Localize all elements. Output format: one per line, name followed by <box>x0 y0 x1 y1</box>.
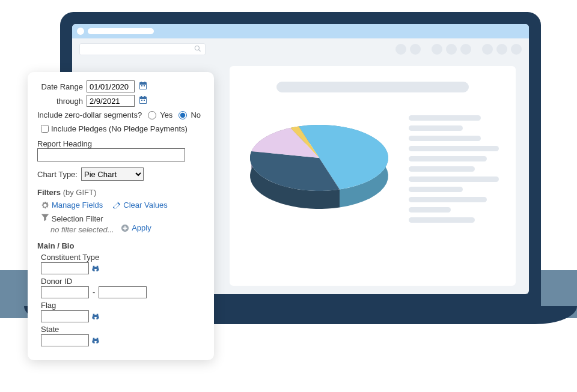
search-icon <box>194 45 201 54</box>
legend-line <box>409 115 481 121</box>
date-end-input[interactable] <box>87 95 135 107</box>
range-dash: - <box>91 288 96 297</box>
legend-line <box>409 146 499 151</box>
flag-label: Flag <box>41 301 204 310</box>
titlebar-title-placeholder <box>88 28 154 34</box>
legend-line <box>409 197 487 202</box>
legend-line <box>409 125 463 131</box>
legend-line <box>409 217 475 223</box>
donor-id-from-input[interactable] <box>41 286 89 298</box>
legend-line <box>409 166 475 172</box>
zero-dollar-yes-label[interactable]: Yes <box>160 110 172 119</box>
filters-by: (by GIFT) <box>63 188 97 197</box>
no-filter-text: no filter selected... <box>50 225 114 234</box>
gear-icon <box>41 201 49 210</box>
legend-line <box>409 176 499 182</box>
main-bio-heading: Main / Bio <box>37 241 204 250</box>
legend-line <box>409 136 481 141</box>
titlebar-dot <box>77 28 84 35</box>
toolbar <box>72 38 529 60</box>
through-label: through <box>37 97 83 106</box>
report-heading-label: Report Heading <box>37 139 204 148</box>
clear-values-link[interactable]: Clear Values <box>112 201 167 210</box>
include-pledges-checkbox[interactable] <box>41 125 49 133</box>
flag-input[interactable] <box>41 310 89 322</box>
zero-dollar-yes-radio[interactable] <box>148 111 156 119</box>
legend-line <box>409 156 487 161</box>
window-titlebar <box>72 24 529 38</box>
legend-line <box>409 207 451 213</box>
include-pledges-label[interactable]: Include Pledges (No Pledge Payments) <box>51 124 188 133</box>
calendar-icon[interactable] <box>138 81 148 92</box>
binoculars-icon[interactable] <box>91 336 100 345</box>
donor-id-to-input[interactable] <box>99 286 147 298</box>
search-input[interactable] <box>79 43 206 55</box>
date-start-input[interactable] <box>87 80 135 92</box>
binoculars-icon[interactable] <box>91 264 100 273</box>
zero-dollar-question: Include zero-dollar segments? <box>37 110 142 119</box>
chart-type-label: Chart Type: <box>37 170 78 179</box>
zero-dollar-no-radio[interactable] <box>179 111 187 119</box>
filters-heading: Filters <box>37 188 61 197</box>
report-settings-panel: Date Range through Include zero-dollar s… <box>28 72 214 360</box>
binoculars-icon[interactable] <box>91 312 100 321</box>
state-label: State <box>41 325 204 334</box>
report-title-placeholder <box>276 82 469 92</box>
selection-filter-label: Selection Filter <box>52 214 103 223</box>
legend-line <box>409 187 463 192</box>
eraser-icon <box>112 201 121 210</box>
plus-circle-icon <box>121 224 129 232</box>
chart-legend <box>409 113 499 223</box>
funnel-icon <box>41 213 49 222</box>
calendar-icon[interactable] <box>138 95 148 107</box>
manage-fields-link[interactable]: Manage Fields <box>41 201 103 210</box>
date-range-label: Date Range <box>37 82 83 91</box>
report-heading-input[interactable] <box>37 148 185 161</box>
donor-id-label: Donor ID <box>41 277 204 286</box>
chart-type-select[interactable]: Pie Chart <box>81 167 144 181</box>
constituent-type-input[interactable] <box>41 262 89 274</box>
pie-chart <box>246 113 392 218</box>
nav-placeholder <box>395 44 522 55</box>
apply-filter-link[interactable]: Apply <box>121 223 151 232</box>
state-input[interactable] <box>41 334 89 346</box>
report-card <box>230 66 516 286</box>
zero-dollar-no-label[interactable]: No <box>191 110 201 119</box>
constituent-type-label: Constituent Type <box>41 253 204 262</box>
